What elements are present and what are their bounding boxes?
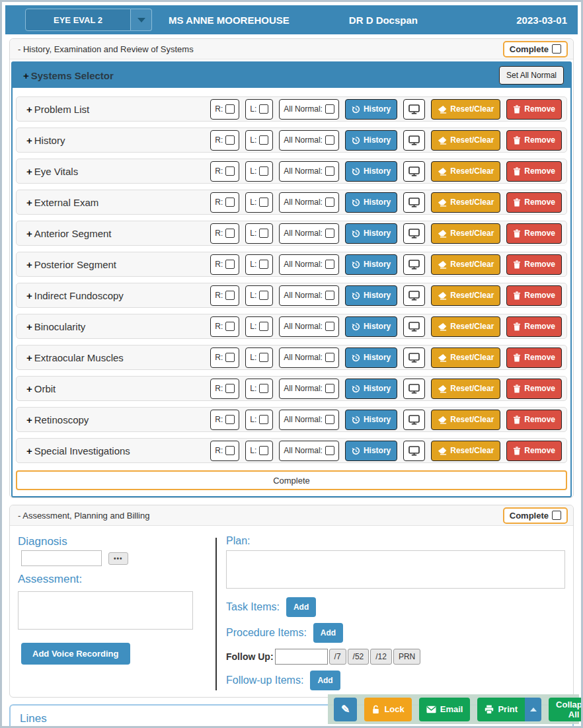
remove-button[interactable]: Remove xyxy=(506,410,562,430)
monitor-button[interactable] xyxy=(403,99,425,120)
history-complete-button[interactable]: Complete xyxy=(503,41,568,57)
follow-up-prn-button[interactable]: PRN xyxy=(393,649,420,665)
right-eye-checkbox-button[interactable]: R: xyxy=(210,410,239,430)
reset-clear-button[interactable]: Reset/Clear xyxy=(431,161,500,182)
history-button[interactable]: History xyxy=(345,130,397,151)
left-eye-checkbox-button[interactable]: L: xyxy=(245,316,273,337)
monitor-button[interactable] xyxy=(403,379,425,399)
follow-up-days-button[interactable]: /7 xyxy=(329,649,346,665)
left-eye-checkbox-button[interactable]: L: xyxy=(245,130,273,151)
system-row-header[interactable]: + Indirect Fundoscopy xyxy=(26,290,124,301)
diagnosis-lookup-button[interactable]: ••• xyxy=(108,552,128,565)
all-normal-checkbox-button[interactable]: All Normal: xyxy=(279,254,339,275)
right-eye-checkbox-button[interactable]: R: xyxy=(210,441,239,461)
reset-clear-button[interactable]: Reset/Clear xyxy=(431,192,500,213)
set-all-normal-button[interactable]: Set All Normal xyxy=(499,66,564,85)
right-eye-checkbox-button[interactable]: R: xyxy=(210,316,239,337)
all-normal-checkbox-button[interactable]: All Normal: xyxy=(279,379,339,399)
systems-selector-header[interactable]: + Systems Selector Set All Normal xyxy=(13,63,570,88)
right-eye-checkbox-button[interactable]: R: xyxy=(210,161,239,182)
system-row-header[interactable]: + Eye Vitals xyxy=(26,166,78,177)
left-eye-checkbox-button[interactable]: L: xyxy=(245,441,273,461)
remove-button[interactable]: Remove xyxy=(506,192,562,213)
system-row-header[interactable]: + Anterior Segment xyxy=(26,228,112,239)
edit-button[interactable]: ✎ xyxy=(334,698,357,721)
monitor-button[interactable] xyxy=(403,441,425,461)
history-button[interactable]: History xyxy=(345,254,397,275)
right-eye-checkbox-button[interactable]: R: xyxy=(210,379,239,399)
monitor-button[interactable] xyxy=(403,254,425,275)
remove-button[interactable]: Remove xyxy=(506,441,562,461)
follow-up-input[interactable] xyxy=(275,649,328,665)
left-eye-checkbox-button[interactable]: L: xyxy=(245,161,273,182)
reset-clear-button[interactable]: Reset/Clear xyxy=(431,223,500,244)
all-normal-checkbox-button[interactable]: All Normal: xyxy=(279,316,339,337)
right-eye-checkbox-button[interactable]: R: xyxy=(210,285,239,306)
systems-complete-button[interactable]: Complete xyxy=(16,470,567,490)
all-normal-checkbox-button[interactable]: All Normal: xyxy=(279,130,339,151)
monitor-button[interactable] xyxy=(403,410,425,430)
assessment-textarea[interactable] xyxy=(18,591,193,630)
system-row-header[interactable]: + Orbit xyxy=(26,383,56,394)
history-button[interactable]: History xyxy=(345,99,397,120)
reset-clear-button[interactable]: Reset/Clear xyxy=(431,410,500,430)
right-eye-checkbox-button[interactable]: R: xyxy=(210,192,239,213)
left-eye-checkbox-button[interactable]: L: xyxy=(245,379,273,399)
reset-clear-button[interactable]: Reset/Clear xyxy=(431,379,500,399)
left-eye-checkbox-button[interactable]: L: xyxy=(245,254,273,275)
remove-button[interactable]: Remove xyxy=(506,130,562,151)
add-follow-up-item-button[interactable]: Add xyxy=(310,671,340,690)
add-procedure-item-button[interactable]: Add xyxy=(313,623,343,643)
eye-eval-dropdown-button[interactable] xyxy=(131,9,152,31)
system-row-header[interactable]: + Problem List xyxy=(26,104,89,115)
remove-button[interactable]: Remove xyxy=(506,254,562,275)
remove-button[interactable]: Remove xyxy=(506,347,562,368)
left-eye-checkbox-button[interactable]: L: xyxy=(245,223,273,244)
left-eye-checkbox-button[interactable]: L: xyxy=(245,99,273,120)
remove-button[interactable]: Remove xyxy=(506,99,562,120)
remove-button[interactable]: Remove xyxy=(506,379,562,399)
left-eye-checkbox-button[interactable]: L: xyxy=(245,410,273,430)
remove-button[interactable]: Remove xyxy=(506,316,562,337)
right-eye-checkbox-button[interactable]: R: xyxy=(210,347,239,368)
right-eye-checkbox-button[interactable]: R: xyxy=(210,223,239,244)
remove-button[interactable]: Remove xyxy=(506,223,562,244)
all-normal-checkbox-button[interactable]: All Normal: xyxy=(279,441,339,461)
left-eye-checkbox-button[interactable]: L: xyxy=(245,192,273,213)
system-row-header[interactable]: + Extraocular Muscles xyxy=(26,352,124,363)
plan-textarea[interactable] xyxy=(226,550,565,589)
print-button[interactable]: Print xyxy=(477,698,525,721)
reset-clear-button[interactable]: Reset/Clear xyxy=(431,285,500,306)
monitor-button[interactable] xyxy=(403,285,425,306)
monitor-button[interactable] xyxy=(403,130,425,151)
print-options-button[interactable] xyxy=(525,698,541,721)
history-button[interactable]: History xyxy=(345,192,397,213)
history-button[interactable]: History xyxy=(345,347,397,368)
monitor-button[interactable] xyxy=(403,316,425,337)
follow-up-weeks-button[interactable]: /52 xyxy=(348,649,369,665)
all-normal-checkbox-button[interactable]: All Normal: xyxy=(279,99,339,120)
left-eye-checkbox-button[interactable]: L: xyxy=(245,285,273,306)
system-row-header[interactable]: + Binocularity xyxy=(26,321,85,332)
remove-button[interactable]: Remove xyxy=(506,161,562,182)
monitor-button[interactable] xyxy=(403,347,425,368)
monitor-button[interactable] xyxy=(403,161,425,182)
history-button[interactable]: History xyxy=(345,161,397,182)
right-eye-checkbox-button[interactable]: R: xyxy=(210,254,239,275)
history-button[interactable]: History xyxy=(345,410,397,430)
all-normal-checkbox-button[interactable]: All Normal: xyxy=(279,192,339,213)
all-normal-checkbox-button[interactable]: All Normal: xyxy=(279,347,339,368)
add-task-item-button[interactable]: Add xyxy=(286,597,316,617)
eye-eval-button[interactable]: EYE EVAL 2 xyxy=(25,9,131,31)
all-normal-checkbox-button[interactable]: All Normal: xyxy=(279,285,339,306)
system-row-header[interactable]: + Special Investigations xyxy=(26,445,130,456)
right-eye-checkbox-button[interactable]: R: xyxy=(210,99,239,120)
lock-button[interactable]: Lock xyxy=(364,698,411,721)
monitor-button[interactable] xyxy=(403,223,425,244)
email-button[interactable]: Email xyxy=(419,698,471,721)
left-eye-checkbox-button[interactable]: L: xyxy=(245,347,273,368)
history-button[interactable]: History xyxy=(345,316,397,337)
all-normal-checkbox-button[interactable]: All Normal: xyxy=(279,410,339,430)
collapse-all-button[interactable]: Collapse All xyxy=(549,698,583,721)
reset-clear-button[interactable]: Reset/Clear xyxy=(431,316,500,337)
